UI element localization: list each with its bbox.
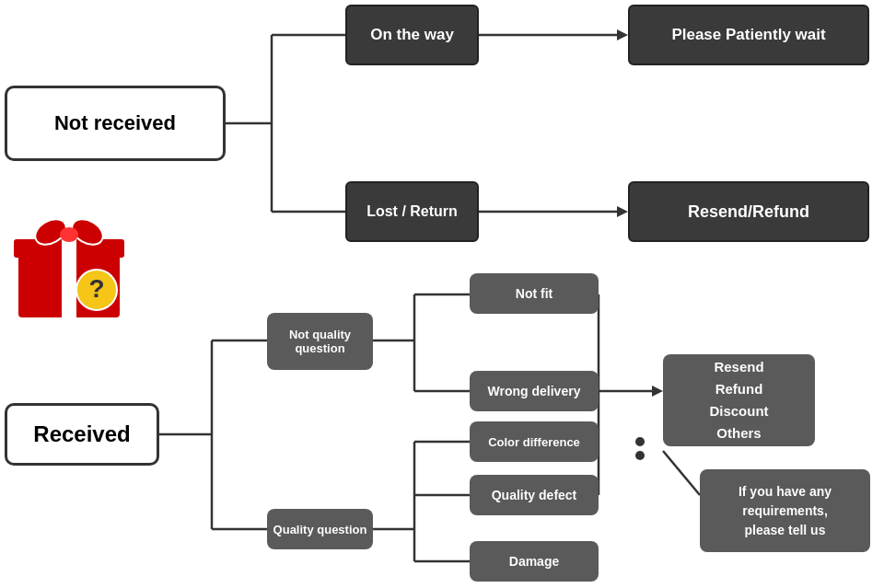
if-requirements-box: If you have any requirements, please tel… (700, 469, 870, 552)
svg-point-34 (60, 227, 78, 242)
svg-marker-5 (617, 29, 628, 40)
wrong-delivery-box: Wrong delivery (470, 371, 599, 411)
resend-options-box: Resend Refund Discount Others (663, 354, 815, 446)
gift-icon: ? (9, 202, 129, 322)
quality-question-box: Quality question (267, 509, 373, 549)
not-fit-box: Not fit (470, 273, 599, 314)
on-the-way-box: On the way (345, 5, 479, 65)
quality-defect-box: Quality defect (470, 475, 599, 515)
svg-line-26 (663, 451, 700, 495)
resend-refund-top-box: Resend/Refund (628, 181, 869, 242)
svg-marker-7 (617, 206, 628, 217)
not-quality-question-box: Not quality question (267, 313, 373, 370)
diagram: Not received On the way Please Patiently… (0, 0, 884, 588)
lost-return-box: Lost / Return (345, 181, 479, 242)
svg-point-25 (635, 451, 645, 460)
please-wait-box: Please Patiently wait (628, 5, 869, 65)
svg-marker-23 (652, 386, 663, 397)
received-box: Received (5, 403, 159, 466)
svg-text:?: ? (88, 274, 104, 303)
not-received-box: Not received (5, 86, 226, 161)
svg-point-24 (635, 437, 645, 446)
color-difference-box: Color difference (470, 421, 599, 462)
damage-box: Damage (470, 541, 599, 582)
